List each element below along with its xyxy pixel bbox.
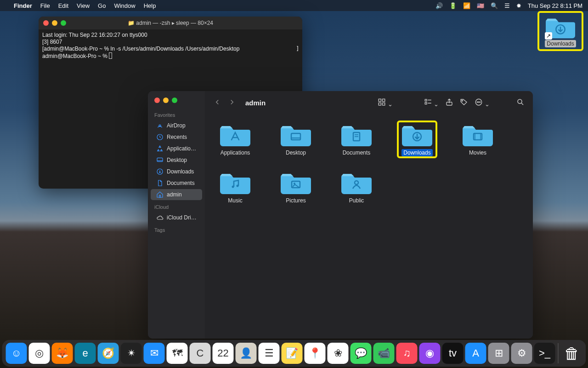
folder-pictures[interactable]: Pictures: [277, 170, 314, 204]
battery-icon[interactable]: 🔋: [449, 2, 457, 9]
zoom-button[interactable]: [172, 98, 177, 103]
dock-launchpad[interactable]: ⊞: [488, 343, 509, 364]
dock-facetime[interactable]: 📹: [373, 343, 395, 364]
status-icon[interactable]: ✸: [516, 2, 521, 9]
svg-point-16: [462, 100, 463, 101]
svg-rect-12: [425, 102, 427, 104]
sidebar-item-apps[interactable]: Applicatio…: [151, 143, 202, 154]
folder-applications[interactable]: Applications: [217, 122, 254, 156]
dock-reminders[interactable]: ☰: [259, 343, 280, 364]
cloud-icon: [156, 214, 164, 221]
finder-sidebar: Favorites AirDropRecentsApplicatio…Deskt…: [148, 91, 205, 339]
minimize-button[interactable]: [52, 20, 57, 26]
svg-rect-7: [379, 99, 381, 101]
svg-line-22: [521, 103, 523, 105]
close-button[interactable]: [43, 20, 49, 26]
dock-settings[interactable]: ⚙: [511, 343, 532, 364]
view-icons-button[interactable]: ⌄: [378, 98, 393, 108]
control-center-icon[interactable]: ☰: [504, 2, 510, 9]
sidebar-item-home[interactable]: admin: [151, 189, 202, 200]
dock-chrome[interactable]: ◎: [29, 343, 50, 364]
dock-music[interactable]: ♫: [396, 343, 418, 364]
dock-cursive[interactable]: C: [190, 343, 211, 364]
dock-calendar[interactable]: 22: [213, 343, 234, 364]
sidebar-item-doc[interactable]: Documents: [151, 178, 202, 189]
dock-photos[interactable]: ❀: [328, 343, 349, 364]
terminal-body[interactable]: Last login: Thu Sep 22 16:20:27 on ttys0…: [39, 29, 302, 62]
group-button[interactable]: ⌄: [424, 98, 439, 108]
spotlight-icon[interactable]: 🔍: [491, 2, 498, 9]
back-button[interactable]: [213, 98, 221, 108]
sidebar-item-desktop[interactable]: Desktop: [151, 155, 202, 166]
dock-appstore[interactable]: A: [465, 343, 486, 364]
share-button[interactable]: [445, 98, 453, 108]
sidebar-item-label: AirDrop: [167, 122, 186, 129]
more-button[interactable]: ⌄: [475, 98, 490, 108]
menubar-datetime[interactable]: Thu Sep 22 8:11 PM: [528, 2, 582, 9]
sidebar-item-airdrop[interactable]: AirDrop: [151, 120, 202, 131]
folder-public[interactable]: Public: [338, 170, 375, 204]
svg-point-32: [232, 186, 234, 188]
folder-downloads[interactable]: Downloads: [399, 122, 435, 156]
svg-point-19: [479, 102, 480, 103]
dock-mail[interactable]: ✉: [144, 343, 165, 364]
volume-icon[interactable]: 🔊: [435, 2, 443, 9]
folder-icon: [220, 170, 250, 194]
sidebar-item-label: Recents: [167, 134, 187, 140]
tags-button[interactable]: [460, 98, 468, 108]
dock-contacts[interactable]: 👤: [236, 343, 257, 364]
menubar-app[interactable]: Finder: [14, 2, 32, 9]
folder-label: Pictures: [284, 197, 307, 204]
finder-traffic-lights[interactable]: [154, 98, 205, 103]
folder-music[interactable]: Music: [217, 170, 254, 204]
folder-label: Music: [226, 197, 244, 204]
dock-firefox[interactable]: 🦊: [52, 343, 73, 364]
dock-podcasts[interactable]: ◉: [419, 343, 441, 364]
close-button[interactable]: [154, 98, 160, 103]
dock-siri[interactable]: ✴: [121, 343, 142, 364]
sidebar-heading-favorites: Favorites: [148, 109, 205, 120]
menubar: Finder File Edit View Go Window Help 🔊 🔋…: [0, 0, 588, 11]
folder-label: Applications: [219, 149, 252, 156]
wifi-icon[interactable]: 📶: [463, 2, 470, 9]
dock-maps[interactable]: 🗺: [167, 343, 188, 364]
forward-button[interactable]: [228, 98, 236, 108]
folder-movies[interactable]: Movies: [459, 122, 496, 156]
dock-tv[interactable]: tv: [442, 343, 464, 364]
folder-documents[interactable]: Documents: [338, 122, 375, 156]
search-button[interactable]: [516, 98, 525, 108]
svg-rect-3: [157, 158, 163, 161]
menu-view[interactable]: View: [77, 2, 90, 9]
terminal-traffic-lights[interactable]: [43, 20, 66, 26]
menu-window[interactable]: Window: [114, 2, 135, 9]
sidebar-item-icloud[interactable]: iCloud Dri…: [151, 212, 202, 223]
terminal-titlebar[interactable]: 📁 admin — -zsh ▸ sleep — 80×24: [39, 17, 302, 29]
sidebar-item-label: Desktop: [167, 157, 187, 163]
dock-messages[interactable]: 💬: [351, 343, 372, 364]
dock[interactable]: ☺◎🦊e🧭✴✉🗺C22👤☰📝📍❀💬📹♫◉tvA⊞⚙>_🗑: [2, 340, 586, 367]
folder-icon: [281, 122, 311, 146]
zoom-button[interactable]: [61, 20, 66, 26]
minimize-button[interactable]: [163, 98, 169, 103]
sidebar-item-label: Applicatio…: [167, 145, 196, 152]
folder-desktop[interactable]: Desktop: [277, 122, 314, 156]
dock-trash[interactable]: 🗑: [561, 343, 582, 364]
finder-content[interactable]: ApplicationsDesktopDocumentsDownloadsMov…: [205, 114, 533, 339]
menu-help[interactable]: Help: [144, 2, 156, 9]
dock-separator: [558, 343, 559, 363]
dock-maps2[interactable]: 📍: [305, 343, 326, 364]
dock-finder[interactable]: ☺: [6, 343, 27, 364]
finder-window[interactable]: Favorites AirDropRecentsApplicatio…Deskt…: [148, 91, 533, 339]
menu-edit[interactable]: Edit: [58, 2, 68, 9]
desktop-shortcut-downloads[interactable]: ↗ Downloads: [539, 13, 582, 49]
dock-edge[interactable]: e: [75, 343, 96, 364]
menu-go[interactable]: Go: [98, 2, 106, 9]
input-source-icon[interactable]: 🇺🇸: [477, 2, 484, 9]
dock-safari[interactable]: 🧭: [98, 343, 119, 364]
sidebar-item-clock[interactable]: Recents: [151, 132, 202, 143]
dock-notes[interactable]: 📝: [282, 343, 303, 364]
sidebar-item-download[interactable]: Downloads: [151, 166, 202, 177]
dock-terminal[interactable]: >_: [534, 343, 555, 364]
menu-file[interactable]: File: [40, 2, 50, 9]
airdrop-icon: [156, 122, 164, 129]
